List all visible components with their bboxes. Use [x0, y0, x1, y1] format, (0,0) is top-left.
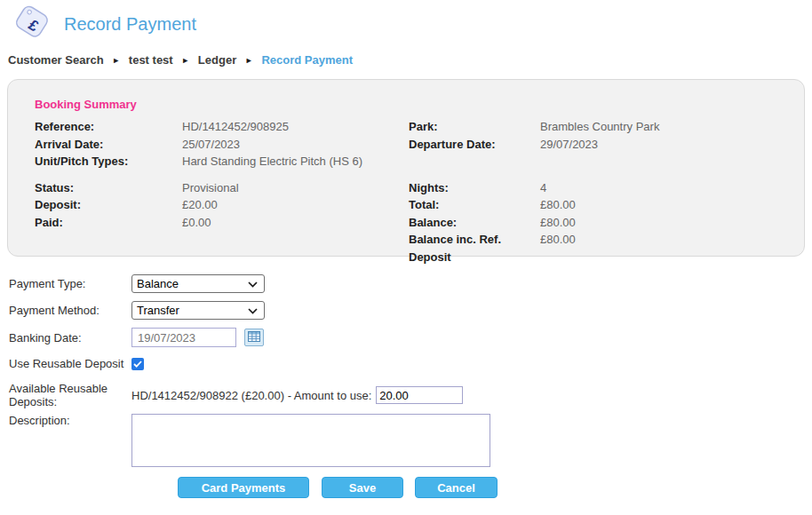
breadcrumb: Customer Search ► test test ► Ledger ► R…	[0, 43, 812, 67]
booking-summary-title: Booking Summary	[35, 98, 786, 111]
unit-pitch-types-label: Unit/Pitch Types:	[35, 153, 182, 170]
breadcrumb-customer-search[interactable]: Customer Search	[8, 53, 104, 67]
cancel-button[interactable]: Cancel	[415, 477, 498, 498]
balance-label: Balance:	[409, 214, 540, 232]
date-picker-button[interactable]	[244, 329, 264, 346]
booking-summary-panel: Booking Summary Reference: HD/1412452/90…	[7, 79, 805, 257]
nights-value: 4	[540, 179, 786, 197]
payment-type-label: Payment Type:	[9, 277, 131, 290]
total-value: £80.00	[540, 196, 786, 214]
nights-label: Nights:	[409, 179, 540, 197]
park-value: Brambles Country Park	[540, 118, 786, 136]
status-value: Provisional	[182, 179, 409, 197]
banking-date-input[interactable]	[131, 328, 236, 347]
reference-value: HD/1412452/908925	[182, 118, 409, 136]
arrival-date-value: 25/07/2023	[182, 136, 409, 154]
description-textarea[interactable]	[131, 414, 490, 467]
payment-method-select[interactable]: Transfer	[131, 301, 265, 320]
banking-date-label: Banking Date:	[9, 331, 131, 345]
breadcrumb-separator-icon: ►	[112, 56, 120, 65]
use-reusable-deposit-checkbox[interactable]	[131, 358, 144, 370]
total-label: Total:	[409, 196, 540, 214]
card-payments-button[interactable]: Card Payments	[178, 477, 309, 498]
checkmark-icon	[133, 357, 142, 370]
deposit-label: Deposit:	[35, 196, 182, 214]
breadcrumb-ledger[interactable]: Ledger	[198, 53, 236, 67]
price-tag-icon: £	[11, 4, 53, 44]
balance-inc-ref-deposit-label: Balance inc. Ref. Deposit	[409, 231, 540, 265]
paid-label: Paid:	[35, 214, 182, 232]
departure-date-value: 29/07/2023	[540, 136, 786, 154]
status-label: Status:	[35, 179, 182, 197]
form-actions: Card Payments Save Cancel	[178, 477, 812, 498]
paid-value: £0.00	[182, 214, 409, 232]
payment-form: Payment Type: Balance Payment Method: Tr…	[0, 274, 812, 498]
chevron-down-icon	[248, 277, 258, 290]
departure-date-label: Departure Date:	[409, 136, 540, 154]
reusable-deposit-text: HD/1412452/908922 (£20.00) - Amount to u…	[131, 389, 371, 402]
balance-inc-ref-deposit-value: £80.00	[540, 231, 786, 265]
payment-method-label: Payment Method:	[9, 304, 131, 317]
chevron-down-icon	[248, 304, 258, 317]
balance-value: £80.00	[540, 214, 786, 232]
reusable-deposit-row: HD/1412452/908922 (£20.00) - Amount to u…	[131, 386, 463, 404]
breadcrumb-customer-name[interactable]: test test	[129, 53, 173, 67]
calendar-icon	[248, 331, 260, 345]
booking-summary-grid: Reference: HD/1412452/908925 Park: Bramb…	[35, 118, 786, 265]
use-reusable-deposit-label: Use Reusable Deposit	[9, 357, 131, 370]
payment-type-select[interactable]: Balance	[131, 274, 265, 293]
park-label: Park:	[409, 118, 540, 136]
breadcrumb-separator-icon: ►	[181, 56, 189, 65]
breadcrumb-record-payment: Record Payment	[261, 53, 353, 67]
page-header: £ Record Payment	[0, 0, 812, 43]
arrival-date-label: Arrival Date:	[35, 136, 182, 154]
page-title: Record Payment	[64, 14, 196, 35]
payment-method-selected-value: Transfer	[137, 304, 179, 317]
amount-to-use-input[interactable]	[376, 386, 463, 404]
reference-label: Reference:	[35, 118, 182, 136]
description-label: Description:	[9, 414, 131, 427]
payment-type-selected-value: Balance	[137, 277, 179, 290]
unit-pitch-types-value: Hard Standing Electric Pitch (HS 6)	[182, 153, 409, 170]
breadcrumb-separator-icon: ►	[245, 56, 253, 65]
save-button[interactable]: Save	[322, 477, 403, 498]
deposit-value: £20.00	[182, 196, 409, 214]
available-reusable-deposits-label: Available Reusable Deposits:	[9, 382, 131, 408]
